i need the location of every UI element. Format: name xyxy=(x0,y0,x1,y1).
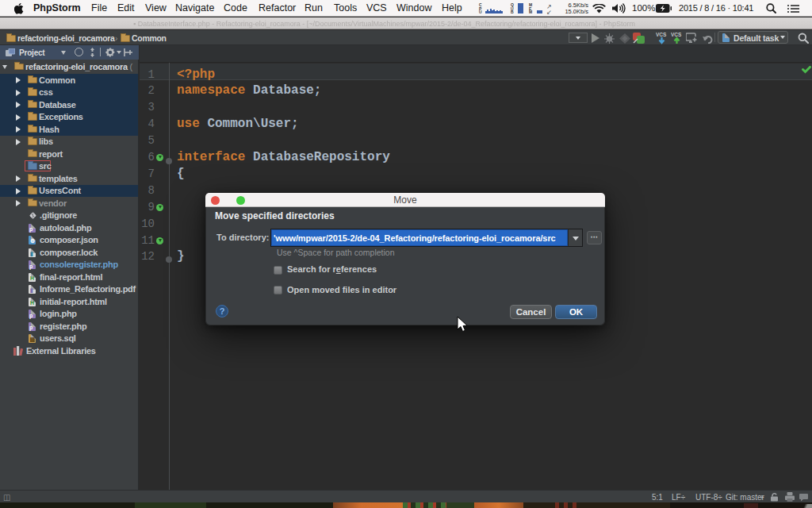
svg-text:VCS: VCS xyxy=(656,32,667,37)
svg-text:VCS: VCS xyxy=(671,32,682,37)
